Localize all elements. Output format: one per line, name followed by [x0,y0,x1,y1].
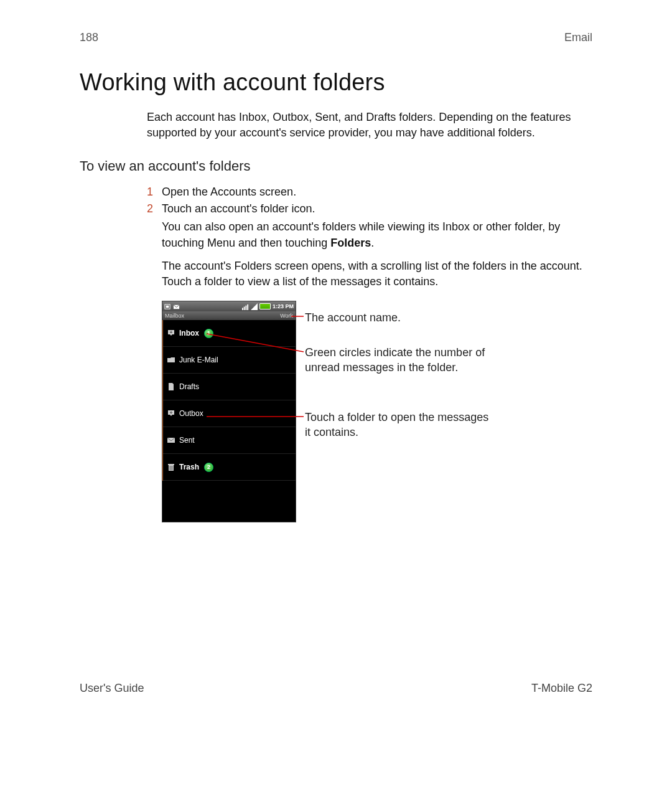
step-detail-2: The account's Folders screen opens, with… [162,258,592,290]
page-number: 188 [80,31,98,44]
phone-figure: 1:23 PM Mailbox Work Inbox 1 [162,301,592,537]
step-number: 2 [147,202,162,215]
page-header: 188 Email [80,31,592,44]
step-text: Touch an account's folder icon. [162,202,592,215]
page-footer: User's Guide T-Mobile G2 [80,682,592,695]
menu-word: Menu [207,237,235,249]
step-number: 1 [147,186,162,199]
footer-right: T-Mobile G2 [531,682,592,695]
step-1: 1 Open the Accounts screen. [147,186,592,199]
page-title: Working with account folders [80,69,592,96]
section-name: Email [564,31,592,44]
intro-paragraph: Each account has Inbox, Outbox, Sent, an… [147,110,592,141]
folders-word: Folders [330,237,371,249]
callout-account-name: The account name. [305,311,401,325]
callout-unread-badge: Green circles indicate the number of unr… [305,346,516,375]
steps-list: 1 Open the Accounts screen. 2 Touch an a… [147,186,592,215]
step-text: Open the Accounts screen. [162,186,592,199]
footer-left: User's Guide [80,682,144,695]
svg-line-15 [207,334,304,352]
callout-open-folder: Touch a folder to open the messages it c… [305,410,492,440]
step-detail-1: You can also open an account's folders w… [162,219,592,250]
subheading: To view an account's folders [80,158,592,174]
step-2: 2 Touch an account's folder icon. [147,202,592,215]
